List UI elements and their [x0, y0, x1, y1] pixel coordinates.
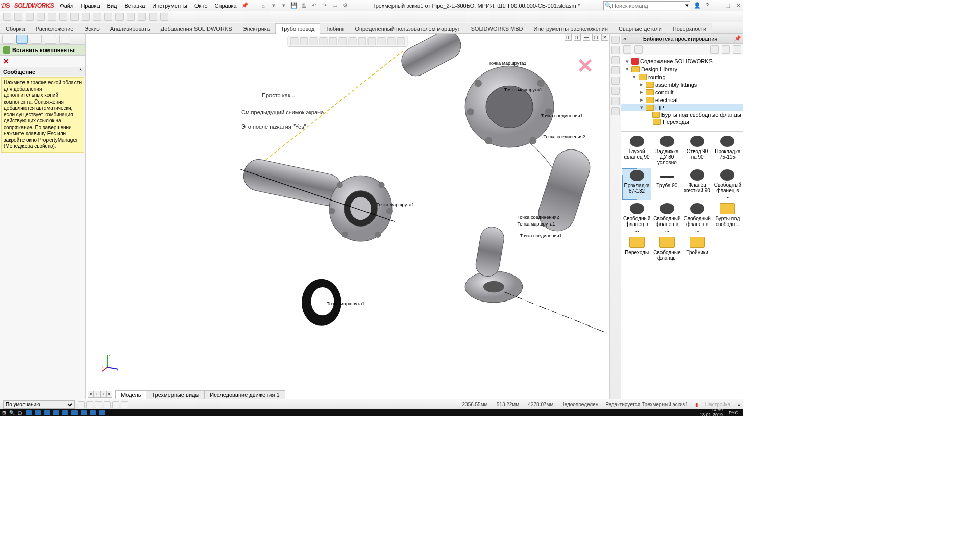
- tab-3dviews[interactable]: Трехмерные виды: [146, 390, 205, 399]
- library-item[interactable]: Свободные фланцы: [652, 236, 681, 262]
- help-icon[interactable]: ?: [703, 2, 712, 9]
- library-item[interactable]: Фланец жесткий 90: [683, 168, 712, 200]
- tab-layout-tools[interactable]: Инструменты расположения: [528, 23, 614, 33]
- tab-mbd[interactable]: SOLIDWORKS MBD: [465, 23, 528, 33]
- taskpane-icon[interactable]: [611, 107, 620, 115]
- tree-row[interactable]: ▾Содержание SOLIDWORKS: [621, 57, 743, 65]
- app-icon[interactable]: [90, 410, 96, 415]
- app-icon[interactable]: [81, 410, 87, 415]
- undo-icon[interactable]: ↶: [310, 2, 318, 10]
- library-item-grid[interactable]: Глухой фланец 90Задвижка ДУ 80 условноОт…: [621, 132, 743, 399]
- tool-icon[interactable]: [149, 13, 157, 21]
- fm-tab-dim-icon[interactable]: [45, 35, 56, 44]
- back-icon[interactable]: [623, 45, 631, 54]
- save-icon[interactable]: 💾: [290, 2, 298, 10]
- pm-cancel-button[interactable]: ✕: [3, 57, 9, 65]
- tab-tubing[interactable]: Тюбинг: [320, 23, 350, 33]
- taskview-icon[interactable]: ▢: [18, 410, 22, 415]
- orientation-triad[interactable]: Y Z X: [101, 352, 121, 373]
- select-icon[interactable]: ▭: [331, 2, 339, 10]
- add-folder-icon[interactable]: [710, 45, 719, 54]
- tool-icon[interactable]: [138, 13, 146, 21]
- library-item[interactable]: Прокладка 87-132: [622, 168, 651, 200]
- system-clock[interactable]: 14:5918.01.2019: [700, 408, 723, 416]
- tab-piping[interactable]: Трубопровод: [275, 23, 320, 34]
- tree-row[interactable]: Переходы: [621, 118, 743, 126]
- tool-icon[interactable]: [14, 13, 22, 21]
- taskpane-icon[interactable]: [611, 97, 620, 105]
- taskpane-icon[interactable]: [611, 56, 620, 64]
- tree-row[interactable]: ▸electrical: [621, 96, 743, 104]
- tree-row[interactable]: ▾Design Library: [621, 65, 743, 73]
- open-icon[interactable]: ▾: [280, 2, 288, 10]
- options-icon[interactable]: ⚙: [341, 2, 349, 10]
- menu-file[interactable]: Файл: [57, 2, 77, 10]
- tool-icon[interactable]: [93, 13, 101, 21]
- tool-icon[interactable]: [115, 13, 124, 21]
- taskpane-icon[interactable]: [611, 77, 620, 85]
- tool-icon[interactable]: [48, 13, 56, 21]
- minimize-icon[interactable]: —: [714, 2, 722, 9]
- library-item[interactable]: Отвод 90 на 90: [683, 135, 712, 166]
- tab-assembly[interactable]: Сборка: [0, 23, 31, 33]
- collapse-icon[interactable]: «: [623, 36, 626, 42]
- status-icon[interactable]: [104, 401, 111, 408]
- library-item[interactable]: Свободный фланец в ...: [683, 202, 712, 234]
- library-item[interactable]: Тройники: [683, 236, 712, 262]
- tab-last-icon[interactable]: »: [106, 391, 112, 398]
- app-icon[interactable]: [99, 410, 105, 415]
- app-icon[interactable]: [53, 410, 59, 415]
- tree-row[interactable]: Бурты под свободные фланцы: [621, 111, 743, 118]
- tab-model[interactable]: Модель: [115, 390, 146, 399]
- maximize-icon[interactable]: ▢: [724, 2, 732, 9]
- start-icon[interactable]: ⊞: [2, 410, 6, 415]
- search-dropdown-icon[interactable]: ▾: [685, 2, 689, 9]
- chevron-up-icon[interactable]: ˄: [79, 68, 82, 75]
- command-search[interactable]: 🔍 ▾: [603, 1, 690, 10]
- library-item[interactable]: Бурты под свободн...: [713, 202, 742, 234]
- menu-insert[interactable]: Вставка: [121, 2, 148, 10]
- fm-tab-property-icon[interactable]: [16, 35, 28, 44]
- tool-icon[interactable]: [104, 13, 112, 21]
- status-icon[interactable]: [86, 401, 93, 408]
- taskpane-icon[interactable]: [611, 46, 620, 54]
- tab-sketch[interactable]: Эскиз: [79, 23, 105, 33]
- library-item[interactable]: Задвижка ДУ 80 условно: [652, 135, 681, 166]
- status-icon[interactable]: [121, 401, 128, 408]
- refresh-icon[interactable]: [733, 45, 741, 54]
- pin-icon[interactable]: 📌: [241, 2, 249, 10]
- tree-row[interactable]: ▸conduit: [621, 88, 743, 96]
- user-icon[interactable]: 👤: [693, 2, 701, 9]
- close-icon[interactable]: ✕: [734, 2, 742, 9]
- tab-user-route[interactable]: Определенный пользователем маршрут: [349, 23, 465, 33]
- home-icon[interactable]: ⌂: [259, 2, 267, 10]
- menu-view[interactable]: Вид: [104, 2, 120, 10]
- command-search-input[interactable]: [612, 3, 685, 9]
- fm-tab-assembly-icon[interactable]: [2, 35, 13, 44]
- library-item[interactable]: Переходы: [622, 236, 651, 262]
- app-icon[interactable]: [44, 410, 50, 415]
- tab-electrical[interactable]: Электрика: [237, 23, 276, 33]
- print-icon[interactable]: 🖶: [300, 2, 308, 10]
- tab-weldments[interactable]: Сварные детали: [613, 23, 668, 33]
- status-customize[interactable]: Настройка: [705, 402, 730, 407]
- app-icon[interactable]: [35, 410, 41, 415]
- fm-tab-display-icon[interactable]: [59, 35, 70, 44]
- tree-row[interactable]: ▾FIP: [621, 104, 743, 111]
- fwd-icon[interactable]: [634, 45, 643, 54]
- add-file-icon[interactable]: [722, 45, 730, 54]
- library-item[interactable]: Прокладка 75-115: [713, 135, 742, 166]
- taskpane-icon[interactable]: [611, 66, 620, 74]
- lang-indicator[interactable]: РУС: [729, 410, 738, 415]
- tool-icon[interactable]: [127, 13, 135, 21]
- tree-row[interactable]: ▾routing: [621, 73, 743, 81]
- tab-motion[interactable]: Исследование движения 1: [204, 390, 285, 399]
- tab-next-icon[interactable]: ›: [100, 391, 106, 398]
- tab-first-icon[interactable]: «: [88, 391, 94, 398]
- tool-icon[interactable]: [160, 13, 168, 21]
- tool-icon[interactable]: [3, 13, 11, 21]
- display-state-select[interactable]: По умолчанию: [3, 400, 75, 409]
- search-icon[interactable]: 🔍: [9, 410, 15, 415]
- tree-row[interactable]: ▸assembly fittings: [621, 81, 743, 88]
- app-icon[interactable]: [26, 410, 32, 415]
